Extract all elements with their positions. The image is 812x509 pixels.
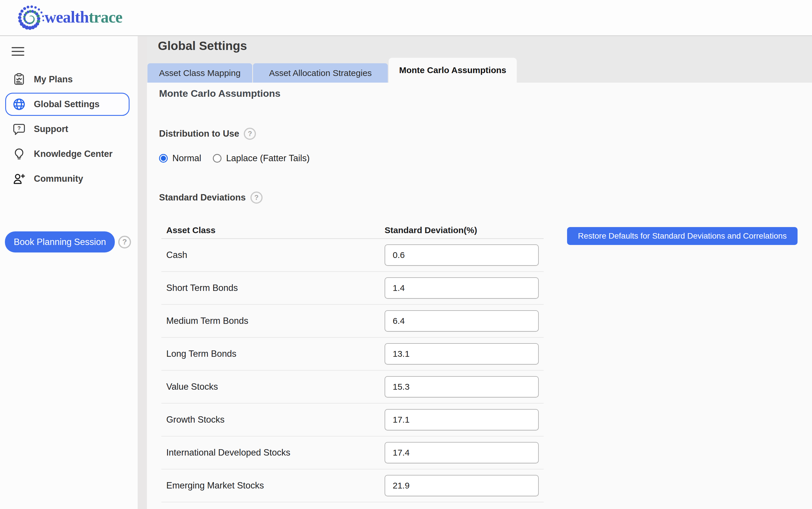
tab-asset-class-mapping[interactable]: Asset Class Mapping: [148, 63, 252, 82]
monte-carlo-panel: Monte Carlo Assumptions Distribution to …: [147, 82, 812, 502]
tab-asset-allocation-strategies[interactable]: Asset Allocation Strategies: [253, 63, 388, 82]
radio-label: Laplace (Fatter Tails): [226, 153, 310, 164]
std-dev-input[interactable]: [384, 343, 539, 365]
table-row: International Developed Stocks: [161, 437, 544, 469]
distribution-label: Distribution to Use: [159, 129, 239, 139]
sidebar-nav: My Plans Global Settings: [0, 68, 138, 190]
panel-heading: Monte Carlo Assumptions: [159, 88, 812, 99]
sidebar-item-knowledge-center[interactable]: Knowledge Center: [5, 142, 130, 166]
page-title: Global Settings: [158, 39, 247, 53]
std-dev-input[interactable]: [384, 310, 539, 332]
standard-deviations-help-icon[interactable]: ?: [250, 192, 262, 204]
std-dev-input[interactable]: [384, 475, 539, 496]
planning-session-help-icon[interactable]: ?: [118, 236, 131, 248]
lightbulb-icon: [12, 147, 26, 161]
book-planning-session-button[interactable]: Book Planning Session: [5, 231, 115, 252]
asset-class-label: Value Stocks: [166, 382, 218, 392]
sidebar-item-label: My Plans: [34, 74, 72, 84]
sidebar-item-label: Support: [34, 124, 68, 134]
sidebar-item-community[interactable]: Community: [5, 167, 130, 190]
asset-class-label: Long Term Bonds: [166, 349, 236, 359]
distribution-radio-group: Normal Laplace (Fatter Tails): [159, 153, 812, 164]
std-dev-input[interactable]: [384, 442, 539, 463]
asset-class-label: Medium Term Bonds: [166, 316, 248, 326]
sidebar-item-support[interactable]: ? Support: [5, 117, 130, 141]
sidebar-item-label: Community: [34, 174, 83, 184]
sidebar-item-label: Knowledge Center: [34, 149, 113, 159]
help-bubble-icon: ?: [12, 123, 26, 136]
top-bar: wealthtrace: [0, 0, 812, 36]
tab-monte-carlo-assumptions[interactable]: Monte Carlo Assumptions: [389, 58, 517, 82]
table-row: Cash: [161, 239, 544, 272]
distribution-help-icon[interactable]: ?: [244, 128, 256, 140]
wordmark-wealth: wealth: [44, 8, 89, 26]
wealthtrace-logo: wealthtrace: [15, 2, 122, 33]
radio-option-laplace[interactable]: Laplace (Fatter Tails): [213, 153, 310, 164]
sidebar-item-my-plans[interactable]: My Plans: [5, 68, 130, 91]
wordmark: wealthtrace: [44, 8, 122, 26]
standard-deviations-label: Standard Deviations: [159, 193, 246, 203]
menu-toggle-button[interactable]: [11, 47, 24, 56]
app-screen: wealthtrace: [0, 0, 812, 509]
sidebar: My Plans Global Settings: [0, 36, 138, 509]
radio-button[interactable]: [213, 154, 221, 163]
globe-icon: [12, 98, 26, 111]
radio-button[interactable]: [159, 154, 168, 163]
sidebar-item-global-settings[interactable]: Global Settings: [5, 93, 130, 116]
wordmark-trace: trace: [89, 8, 122, 26]
column-header-standard-deviation: Standard Deviation(%): [384, 225, 544, 235]
asset-class-label: Short Term Bonds: [166, 283, 238, 293]
table-row: Long Term Bonds: [161, 338, 544, 371]
sidebar-item-label: Global Settings: [34, 99, 99, 109]
table-row: Value Stocks: [161, 371, 544, 404]
vertical-divider: [138, 36, 147, 509]
std-dev-input[interactable]: [384, 277, 539, 299]
asset-class-label: International Developed Stocks: [166, 447, 290, 457]
table-header-row: Asset Class Standard Deviation(%): [161, 222, 544, 239]
radio-label: Normal: [173, 153, 201, 164]
std-dev-input[interactable]: [384, 409, 539, 431]
tab-bar: Asset Class Mapping Asset Allocation Str…: [148, 58, 518, 82]
table-row: Emerging Market Stocks: [161, 469, 544, 502]
table-row: Short Term Bonds: [161, 272, 544, 305]
asset-class-label: Emerging Market Stocks: [166, 480, 264, 490]
asset-class-label: Growth Stocks: [166, 414, 225, 425]
standard-deviations-table: Asset Class Standard Deviation(%) Cash S…: [161, 222, 544, 502]
column-header-asset-class: Asset Class: [161, 225, 384, 235]
std-dev-input[interactable]: [384, 244, 539, 266]
restore-defaults-button[interactable]: Restore Defaults for Standard Deviations…: [567, 227, 798, 245]
page-header-band: Global Settings Asset Class Mapping Asse…: [147, 36, 812, 82]
content-area: Global Settings Asset Class Mapping Asse…: [147, 36, 812, 509]
asset-class-label: Cash: [166, 250, 187, 260]
std-dev-input[interactable]: [384, 376, 539, 398]
table-row: Medium Term Bonds: [161, 305, 544, 338]
radio-option-normal[interactable]: Normal: [159, 153, 201, 164]
spiral-logo-icon: [15, 3, 46, 33]
clipboard-icon: [12, 73, 26, 86]
person-add-icon: [12, 172, 26, 185]
table-row: Growth Stocks: [161, 404, 544, 437]
svg-text:?: ?: [17, 125, 21, 131]
